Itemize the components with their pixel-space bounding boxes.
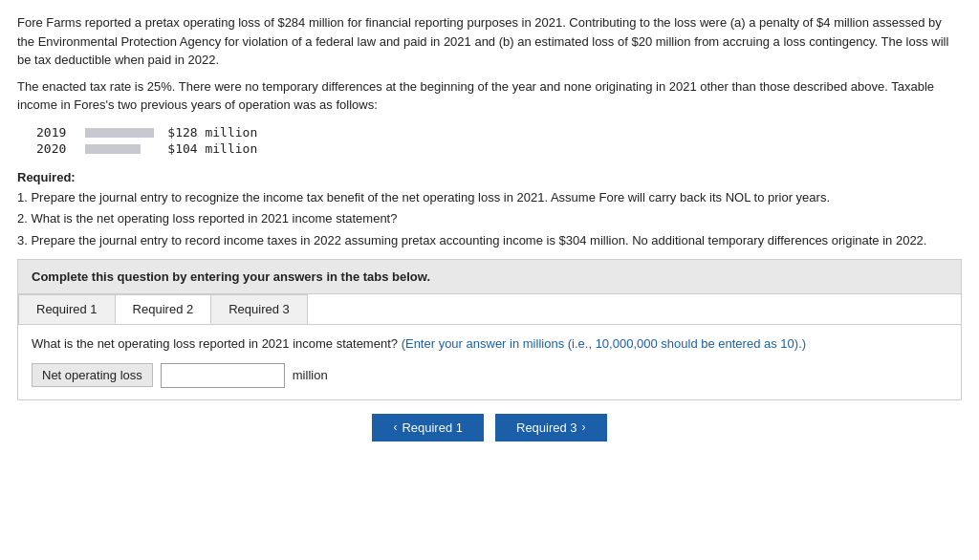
intro-paragraph-1: Fore Farms reported a pretax operating l…	[17, 13, 962, 70]
taxable-year: 2019	[33, 124, 81, 140]
taxable-income-table: 2019 $128 million 2020 $104 million	[33, 124, 267, 157]
intro-paragraph-2: The enacted tax rate is 25%. There were …	[17, 77, 962, 115]
next-arrow-icon: ›	[582, 420, 586, 434]
taxable-income-row: 2019 $128 million	[33, 124, 267, 140]
taxable-amount: $128 million	[163, 124, 267, 140]
tab2-content: What is the net operating loss reported …	[18, 325, 961, 399]
tab2-question-normal: What is the net operating loss reported …	[32, 336, 398, 351]
taxable-bar	[81, 140, 163, 157]
tab-req2[interactable]: Required 2	[115, 294, 212, 324]
unit-label: million	[293, 368, 328, 382]
required-item-2: 2. What is the net operating loss report…	[17, 209, 962, 228]
next-button-label: Required 3	[516, 420, 577, 435]
net-operating-loss-input[interactable]	[161, 363, 285, 388]
taxable-year: 2020	[33, 140, 81, 157]
prev-button-label: Required 1	[402, 420, 463, 435]
prev-button[interactable]: ‹ Required 1	[372, 414, 484, 442]
taxable-bar	[81, 124, 163, 140]
answer-row: Net operating loss million	[32, 363, 947, 388]
required-section: Required: 1. Prepare the journal entry t…	[17, 170, 962, 250]
taxable-amount: $104 million	[163, 140, 267, 157]
tab-req3[interactable]: Required 3	[210, 294, 308, 324]
required-item-1: 1. Prepare the journal entry to recogniz…	[17, 188, 962, 207]
taxable-income-row: 2020 $104 million	[33, 140, 267, 157]
prev-arrow-icon: ‹	[393, 420, 397, 434]
next-button[interactable]: Required 3 ›	[495, 414, 607, 442]
complete-instruction-box: Complete this question by entering your …	[17, 259, 962, 294]
required-title: Required:	[17, 170, 962, 184]
complete-instruction-text: Complete this question by entering your …	[32, 269, 430, 284]
tabs-row: Required 1Required 2Required 3	[18, 294, 961, 325]
tab2-question-highlight: (Enter your answer in millions (i.e., 10…	[402, 336, 806, 351]
tab2-question: What is the net operating loss reported …	[32, 334, 947, 354]
tabs-container: Required 1Required 2Required 3 What is t…	[17, 294, 962, 400]
nav-buttons: ‹ Required 1 Required 3 ›	[17, 414, 962, 442]
intro-section: Fore Farms reported a pretax operating l…	[17, 13, 962, 115]
net-operating-loss-label: Net operating loss	[32, 363, 153, 387]
required-item-3: 3. Prepare the journal entry to record i…	[17, 231, 962, 250]
bar-visual	[85, 144, 141, 154]
bar-visual	[85, 128, 154, 138]
tab-req1[interactable]: Required 1	[18, 294, 116, 324]
